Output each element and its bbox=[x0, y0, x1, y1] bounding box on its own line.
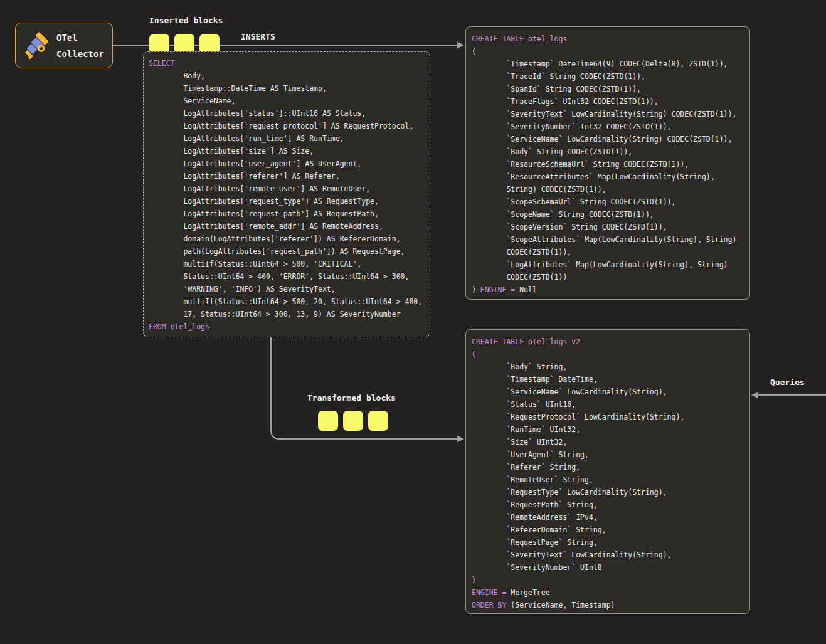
transformed-blocks-group bbox=[318, 411, 388, 431]
collector-title-line2: Collector bbox=[56, 46, 104, 62]
queries-arrowhead bbox=[751, 392, 758, 399]
inserts-arrowhead bbox=[457, 42, 464, 49]
collector-title-line1: OTel bbox=[56, 29, 104, 46]
transformed-block bbox=[318, 411, 338, 431]
transform-arrowhead bbox=[457, 436, 464, 443]
inserted-blocks-label: Inserted blocks bbox=[149, 16, 223, 25]
create-table-otel-logs-sql: CREATE TABLE otel_logs( `Timestamp` Date… bbox=[465, 26, 750, 300]
transformed-block bbox=[343, 411, 363, 431]
transformed-blocks-label: Transformed blocks bbox=[307, 393, 396, 403]
otel-collector-node: OTel Collector bbox=[15, 23, 113, 68]
diagram-canvas: OTel Collector Inserted blocks INSERTS S… bbox=[0, 0, 826, 644]
telescope-icon bbox=[22, 31, 51, 60]
queries-arrow-label: Queries bbox=[770, 377, 805, 387]
materialized-view-select-query: SELECT Body, Timestamp::DateTime AS Time… bbox=[143, 51, 430, 337]
inserts-arrow-label: INSERTS bbox=[241, 32, 275, 41]
create-table-otel-logs-v2-sql: CREATE TABLE otel_logs_v2( `Body` String… bbox=[465, 329, 750, 614]
transformed-block bbox=[368, 411, 388, 431]
